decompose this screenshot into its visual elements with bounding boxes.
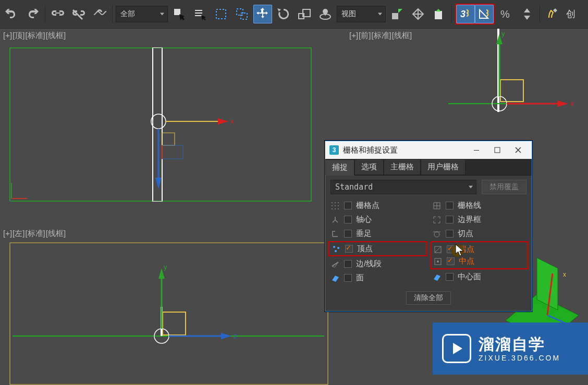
svg-rect-2 xyxy=(195,13,202,14)
svg-rect-6 xyxy=(241,13,247,19)
viewport-top[interactable]: [+] [顶] [标准] [线框] x z xyxy=(0,29,339,227)
svg-point-67 xyxy=(434,232,439,237)
snap-grid-point[interactable]: 栅格点 xyxy=(330,200,425,212)
snap-label: 轴心 xyxy=(356,215,372,225)
dialog-titlebar[interactable]: 3 栅格和捕捉设置 xyxy=(325,141,532,159)
link-button[interactable] xyxy=(48,5,67,23)
snap-edge[interactable]: 边/线段 xyxy=(330,258,425,270)
svg-rect-40 xyxy=(163,312,186,335)
checkbox[interactable] xyxy=(446,216,454,223)
svg-point-62 xyxy=(335,208,336,209)
maximize-button[interactable] xyxy=(487,142,508,158)
tab-label: 选项 xyxy=(361,162,377,171)
checkbox[interactable] xyxy=(345,245,353,253)
checkbox[interactable] xyxy=(446,230,454,238)
snap-tangent[interactable]: 切点 xyxy=(432,228,526,240)
svg-point-59 xyxy=(335,205,336,206)
snap-label: 边/线段 xyxy=(356,259,382,269)
rectangular-region-button[interactable] xyxy=(212,5,230,23)
tab-label: 用户栅格 xyxy=(427,162,459,171)
snap-face[interactable]: 面 xyxy=(330,272,425,284)
svg-text:y: y xyxy=(164,263,167,271)
svg-point-19 xyxy=(151,114,166,129)
minimize-button[interactable] xyxy=(466,142,487,158)
svg-point-66 xyxy=(335,250,337,252)
svg-rect-5 xyxy=(237,9,243,15)
watermark: 溜溜自学 ZIXUE.3D66.COM xyxy=(433,322,588,375)
align-button[interactable] xyxy=(430,5,448,23)
watermark-url: ZIXUE.3D66.COM xyxy=(479,354,560,362)
selection-filter-label: 全部 xyxy=(120,9,135,19)
percent-snap-button[interactable]: % xyxy=(497,5,516,23)
svg-rect-16 xyxy=(162,133,175,145)
selection-lock-button[interactable] xyxy=(409,5,427,23)
toolbar-separator xyxy=(451,5,452,23)
vp-label-part: [顶] xyxy=(13,31,24,41)
angle-snap-button[interactable] xyxy=(475,5,494,23)
snap-pivot[interactable]: 轴心 xyxy=(330,214,425,226)
named-selection-button[interactable] xyxy=(543,5,562,23)
axis-x-label: x xyxy=(230,117,234,125)
svg-text:y: y xyxy=(501,30,505,38)
disable-override-label: 禁用覆盖 xyxy=(489,182,519,192)
tab-main-grid[interactable]: 主栅格 xyxy=(384,159,421,175)
placement-button[interactable] xyxy=(316,5,335,23)
tab-snap[interactable]: 捕捉 xyxy=(325,159,354,176)
checkbox[interactable] xyxy=(344,260,352,268)
checkbox[interactable] xyxy=(344,216,352,223)
snap-bounding-box[interactable]: 边界框 xyxy=(432,214,526,226)
select-by-name-button[interactable] xyxy=(191,5,210,23)
svg-rect-3 xyxy=(195,15,202,16)
dialog-body: Standard 禁用覆盖 栅格点 轴心 xyxy=(325,176,532,311)
selection-filter-select[interactable]: 全部 xyxy=(116,6,168,22)
use-pivot-button[interactable] xyxy=(388,5,407,23)
viewport-left-label[interactable]: [+] [左] [标准] [线框] xyxy=(0,227,339,241)
tangent-icon xyxy=(432,229,442,239)
snap-grid-line[interactable]: 栅格线 xyxy=(432,200,526,212)
checkbox[interactable] xyxy=(344,230,352,238)
snap-label: 栅格线 xyxy=(458,201,481,210)
unlink-button[interactable] xyxy=(69,5,88,23)
snap-endpoint[interactable]: 端点 xyxy=(433,243,525,255)
snap-center-face[interactable]: 中心面 xyxy=(432,271,526,283)
tab-label: 捕捉 xyxy=(332,163,348,171)
dialog-title: 栅格和捕捉设置 xyxy=(343,145,466,155)
rotate-button[interactable] xyxy=(274,5,293,23)
viewport-top-label[interactable]: [+] [顶] [标准] [线框] xyxy=(0,29,339,43)
checkbox[interactable] xyxy=(446,202,454,209)
snap-perpendicular[interactable]: 垂足 xyxy=(330,228,425,240)
grid-point-icon xyxy=(330,201,340,210)
bind-button[interactable] xyxy=(90,5,109,23)
viewport-left[interactable]: [+] [左] [标准] [线框] y z xyxy=(0,227,339,385)
svg-rect-17 xyxy=(162,145,183,159)
window-crossing-button[interactable] xyxy=(232,5,251,23)
tab-options[interactable]: 选项 xyxy=(354,159,384,175)
redo-button[interactable] xyxy=(23,5,42,23)
snap-midpoint[interactable]: 中点 xyxy=(433,255,525,267)
reference-coord-select[interactable]: 视图 xyxy=(337,6,386,22)
checkbox[interactable] xyxy=(447,245,455,253)
tab-user-grid[interactable]: 用户栅格 xyxy=(421,159,466,175)
snap-label: 端点 xyxy=(459,244,474,254)
scale-button[interactable] xyxy=(295,5,314,23)
snap-standard-select[interactable]: Standard xyxy=(330,180,476,194)
dialog-tabs: 捕捉 选项 主栅格 用户栅格 xyxy=(325,159,532,176)
snap-toggle-3d-button[interactable]: 3 xyxy=(456,5,475,23)
select-object-button[interactable] xyxy=(170,5,189,23)
svg-line-70 xyxy=(435,246,441,253)
vp-label-part: [标准] xyxy=(25,229,45,239)
checkbox[interactable] xyxy=(344,274,352,282)
close-button[interactable] xyxy=(508,142,529,158)
svg-rect-1 xyxy=(195,10,202,11)
move-button[interactable] xyxy=(253,5,272,23)
undo-button[interactable] xyxy=(2,5,21,23)
checkbox[interactable] xyxy=(446,273,454,281)
play-icon xyxy=(442,334,471,363)
clear-all-button[interactable]: 清除全部 xyxy=(406,291,451,305)
checkbox[interactable] xyxy=(344,202,352,209)
vp-label-part: [+] xyxy=(3,31,12,41)
snap-standard-label: Standard xyxy=(335,182,373,192)
checkbox[interactable] xyxy=(447,257,455,265)
snap-vertex[interactable]: 顶点 xyxy=(328,241,427,256)
spinner-snap-button[interactable] xyxy=(518,5,536,23)
